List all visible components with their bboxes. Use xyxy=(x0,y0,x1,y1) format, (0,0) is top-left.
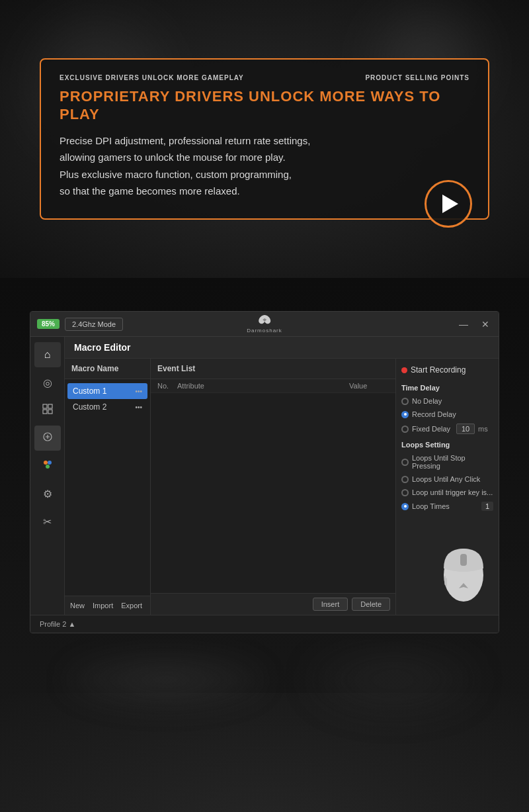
record-dot-icon xyxy=(401,367,407,373)
battery-badge: 85% xyxy=(37,319,60,329)
fixed-delay-radio[interactable] xyxy=(401,426,409,433)
app-window: 85% 2.4Ghz Mode Darmoshark — ✕ xyxy=(30,311,499,633)
minimize-button[interactable]: — xyxy=(456,318,471,331)
promo-line2: allowing gamers to unlock the mouse for … xyxy=(60,152,286,163)
loops-setting-label: Loops Setting xyxy=(401,441,493,449)
sidebar-item-home[interactable]: ⌂ xyxy=(34,342,61,367)
svg-point-6 xyxy=(48,461,52,465)
macro-dots-icon2[interactable]: ••• xyxy=(135,404,142,411)
grid-icon xyxy=(42,404,53,417)
promo-body: Precise DPI adjustment, professional ret… xyxy=(60,132,430,200)
event-list-content xyxy=(151,393,395,593)
col-attribute: Attribute xyxy=(177,382,349,390)
bg-glow-1 xyxy=(66,653,264,706)
sidebar-item-settings[interactable]: ⚙ xyxy=(34,481,61,506)
svg-rect-3 xyxy=(48,410,52,414)
loop-click-label: Loops Until Any Click xyxy=(412,475,480,483)
sidebar-item-grid[interactable] xyxy=(34,398,61,423)
event-list-panel: Event List No. Attribute Value Insert De… xyxy=(151,359,396,615)
new-button[interactable]: New xyxy=(67,600,87,611)
import-button[interactable]: Import xyxy=(90,600,116,611)
export-button[interactable]: Export xyxy=(118,600,145,611)
svg-rect-2 xyxy=(43,410,47,414)
event-list-footer: Insert Delete xyxy=(151,593,395,615)
fixed-delay-row[interactable]: Fixed Delay ms xyxy=(401,422,493,435)
close-button[interactable]: ✕ xyxy=(479,318,492,331)
promo-label-right: PRODUCT SELLING POINTS xyxy=(365,74,469,81)
macro-item-name2: Custom 2 xyxy=(73,402,106,412)
svg-rect-10 xyxy=(460,554,467,566)
macro-item-custom1[interactable]: Custom 1 ••• xyxy=(67,383,147,399)
loop-until-click-row[interactable]: Loops Until Any Click xyxy=(401,474,493,484)
time-delay-label: Time Delay xyxy=(401,384,493,392)
profile-label[interactable]: Profile 2 ▲ xyxy=(40,620,75,628)
no-delay-radio[interactable] xyxy=(401,398,409,405)
macro-editor-title: Macro Editor xyxy=(74,342,131,353)
event-list-header: Event List xyxy=(151,359,395,379)
brand-logo-icon xyxy=(257,314,272,325)
sidebar-item-target[interactable]: ◎ xyxy=(34,370,61,395)
delete-button[interactable]: Delete xyxy=(352,598,390,611)
app-body: ⌂ ◎ xyxy=(30,337,499,615)
svg-point-7 xyxy=(46,465,50,469)
mode-badge: 2.4Ghz Mode xyxy=(65,318,123,331)
loop-trigger-row[interactable]: Loop until trigger key is... xyxy=(401,487,493,498)
macro-list-footer: New Import Export xyxy=(65,596,150,615)
promo-labels: EXCLUSIVE DRIVERS UNLOCK MORE GAMEPLAY P… xyxy=(60,74,469,81)
target-icon: ◎ xyxy=(43,377,52,389)
play-button[interactable] xyxy=(425,180,472,228)
svg-rect-1 xyxy=(48,404,52,408)
insert-button[interactable]: Insert xyxy=(313,598,348,611)
sidebar-item-macro[interactable] xyxy=(34,426,61,451)
record-label: Start Recording xyxy=(411,365,466,375)
fixed-delay-label: Fixed Delay xyxy=(412,425,450,433)
macro-list-content: Custom 1 ••• Custom 2 ••• xyxy=(65,379,150,596)
top-section: EXCLUSIVE DRIVERS UNLOCK MORE GAMEPLAY P… xyxy=(0,0,529,278)
mouse-illustration xyxy=(434,529,493,608)
loop-times-row[interactable]: Loop Times 1 xyxy=(401,500,493,512)
main-content: Macro Editor Macro Name Custom 1 ••• xyxy=(65,337,499,615)
col-no: No. xyxy=(157,382,177,390)
settings-icon: ⚙ xyxy=(43,488,52,500)
promo-line4: so that the game becomes more relaxed. xyxy=(60,185,240,197)
loop-trigger-radio[interactable] xyxy=(401,489,409,496)
no-delay-label: No Delay xyxy=(412,397,442,405)
delay-unit-label: ms xyxy=(478,425,488,433)
promo-line1: Precise DPI adjustment, professional ret… xyxy=(60,135,310,146)
loop-stop-radio[interactable] xyxy=(401,459,409,466)
macro-icon xyxy=(42,431,53,445)
svg-rect-0 xyxy=(43,404,47,408)
color-icon xyxy=(42,459,53,473)
section-header: Macro Editor xyxy=(65,337,499,359)
loop-click-radio[interactable] xyxy=(401,476,409,483)
bottom-section: 85% 2.4Ghz Mode Darmoshark — ✕ xyxy=(0,278,529,812)
col-value: Value xyxy=(349,382,389,390)
settings-panel: Start Recording Time Delay No Delay Reco… xyxy=(396,359,499,615)
macro-item-name: Custom 1 xyxy=(73,386,106,396)
loop-until-stop-row[interactable]: Loops Until Stop Pressing xyxy=(401,453,493,471)
macro-list-panel: Macro Name Custom 1 ••• Custom 2 ••• xyxy=(65,359,151,615)
record-delay-row[interactable]: Record Delay xyxy=(401,409,493,420)
no-delay-row[interactable]: No Delay xyxy=(401,396,493,406)
start-recording-button[interactable]: Start Recording xyxy=(401,365,493,375)
sidebar-item-tools[interactable]: ✂ xyxy=(34,509,61,534)
tools-icon: ✂ xyxy=(43,516,52,528)
svg-point-5 xyxy=(44,461,48,465)
macro-dots-icon[interactable]: ••• xyxy=(135,388,142,395)
promo-label-left: EXCLUSIVE DRIVERS UNLOCK MORE GAMEPLAY xyxy=(60,74,244,81)
loop-times-radio[interactable] xyxy=(401,503,409,510)
sidebar: ⌂ ◎ xyxy=(30,337,65,615)
macro-item-custom2[interactable]: Custom 2 ••• xyxy=(67,399,147,415)
brand-name: Darmoshark xyxy=(247,328,282,334)
title-bar: 85% 2.4Ghz Mode Darmoshark — ✕ xyxy=(30,312,499,337)
fixed-delay-input[interactable] xyxy=(456,424,475,434)
title-bar-logo: Darmoshark xyxy=(247,314,282,334)
loop-times-label: Loop Times xyxy=(412,502,450,510)
event-table-header: No. Attribute Value xyxy=(151,379,395,393)
loop-stop-label: Loops Until Stop Pressing xyxy=(412,454,493,470)
record-delay-radio[interactable] xyxy=(401,411,409,418)
sidebar-item-color[interactable] xyxy=(34,453,61,478)
macro-list-header: Macro Name xyxy=(65,359,150,379)
promo-title: PROPRIETARY DRIVERS UNLOCK MORE WAYS TO … xyxy=(60,88,469,123)
promo-card: EXCLUSIVE DRIVERS UNLOCK MORE GAMEPLAY P… xyxy=(40,58,489,220)
